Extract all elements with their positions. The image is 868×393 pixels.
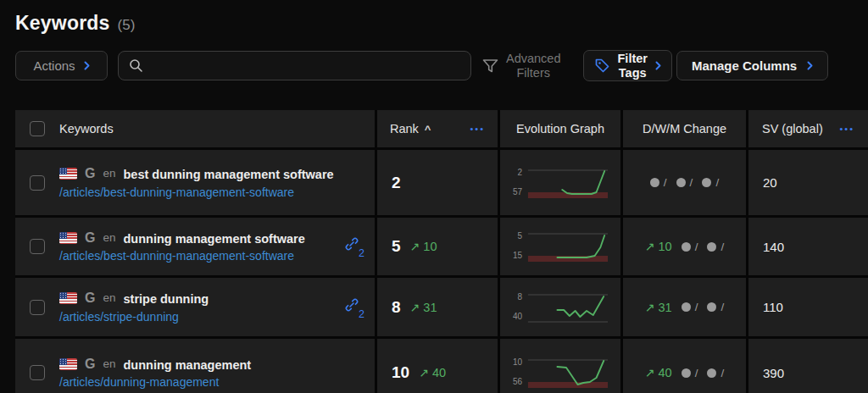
funnel-icon bbox=[481, 58, 499, 75]
table-row-keyword-cell: G en dunning management software /articl… bbox=[15, 218, 375, 275]
table-row-keyword-cell: G en dunning management /articles/dunnin… bbox=[15, 339, 375, 393]
rank-change: ↗10 bbox=[410, 240, 437, 253]
evolution-graph-cell: 5 15 bbox=[500, 218, 620, 275]
rank-change: ↗40 bbox=[419, 366, 446, 379]
dwm-week: / bbox=[676, 176, 693, 189]
manage-columns-button[interactable]: Manage Columns bbox=[676, 51, 828, 80]
dwm-change-cell: ↗31 / / bbox=[623, 278, 746, 336]
no-change-dot-icon bbox=[707, 242, 716, 252]
graph-top-label: 8 bbox=[518, 293, 523, 302]
chevron-right-icon bbox=[84, 61, 90, 70]
no-change-dot-icon bbox=[676, 178, 686, 187]
graph-bottom-label: 56 bbox=[513, 378, 522, 386]
dwm-change-cell: / / / bbox=[623, 150, 746, 215]
dwm-day-change: ↗10 bbox=[645, 240, 672, 253]
sv-value: 20 bbox=[763, 175, 777, 190]
no-change-dot-icon bbox=[650, 178, 659, 187]
dwm-month: / bbox=[707, 301, 724, 313]
chevron-right-icon bbox=[655, 61, 661, 70]
keyword-url-link[interactable]: /articles/best-dunning-management-softwa… bbox=[59, 185, 363, 199]
linked-keywords-control[interactable]: 2 bbox=[344, 297, 363, 318]
header-keywords-label: Keywords bbox=[59, 122, 114, 136]
page-title: Keywords bbox=[15, 12, 110, 35]
header-sv-label: SV (global) bbox=[762, 122, 823, 136]
up-arrow-icon: ↗ bbox=[410, 301, 420, 314]
rank-cell: 8 ↗31 bbox=[377, 278, 498, 336]
filter-tags-line2: Tags bbox=[618, 66, 648, 80]
linked-keywords-count: 2 bbox=[359, 308, 364, 320]
chevron-right-icon bbox=[807, 61, 813, 70]
evolution-graph-cell: 10 56 bbox=[500, 339, 620, 393]
linked-keywords-control[interactable]: 2 bbox=[344, 236, 363, 257]
language-label: en bbox=[103, 167, 115, 180]
keywords-count: (5) bbox=[118, 17, 136, 34]
rank-sort-control[interactable]: Rank ^ bbox=[390, 122, 431, 136]
rank-change-value: 10 bbox=[423, 240, 437, 253]
keyword-url-link[interactable]: /articles/best-dunning-management-softwa… bbox=[59, 249, 337, 263]
header-rank: Rank ^ ••• bbox=[377, 110, 498, 147]
sv-value: 390 bbox=[763, 366, 784, 380]
no-change-dot-icon bbox=[702, 178, 711, 187]
keyword-text: dunning management software bbox=[123, 230, 337, 247]
tag-icon bbox=[594, 58, 610, 74]
search-input[interactable] bbox=[151, 59, 460, 73]
link-icon bbox=[344, 236, 359, 252]
rank-change-value: 40 bbox=[432, 366, 446, 379]
keyword-info: G en dunning management software /articl… bbox=[59, 230, 337, 263]
rank-cell: 5 ↗10 bbox=[377, 218, 498, 275]
graph-axis-labels: 10 56 bbox=[513, 357, 522, 388]
keywords-table: Keywords Rank ^ ••• Evolution Graph D/W/… bbox=[15, 110, 868, 393]
dwm-change-value: 40 bbox=[659, 366, 672, 379]
dwm-change-value: 10 bbox=[659, 240, 672, 253]
actions-button[interactable]: Actions bbox=[15, 51, 108, 80]
advanced-filters-line1: Advanced bbox=[506, 52, 561, 66]
keyword-url-link[interactable]: /articles/dunning-management bbox=[59, 375, 363, 389]
filter-tags-line1: Filter bbox=[618, 52, 648, 65]
keyword-text: dunning management bbox=[123, 357, 363, 374]
us-flag-icon bbox=[59, 292, 77, 304]
google-icon: G bbox=[85, 230, 95, 246]
sv-column-menu-icon[interactable]: ••• bbox=[839, 125, 854, 134]
dwm-week: / bbox=[682, 241, 698, 253]
dwm-separator: / bbox=[695, 241, 698, 253]
actions-button-label: Actions bbox=[33, 58, 75, 73]
table-row-keyword-cell: G en stripe dunning /articles/stripe-dun… bbox=[15, 278, 375, 336]
dwm-week: / bbox=[682, 301, 698, 313]
search-box[interactable] bbox=[118, 51, 471, 80]
header-sv-global: SV (global) ••• bbox=[748, 110, 868, 147]
select-all-checkbox[interactable] bbox=[30, 121, 45, 136]
dwm-day-change: ↗31 bbox=[645, 301, 672, 314]
sv-cell: 20 bbox=[748, 150, 868, 215]
row-checkbox[interactable] bbox=[30, 300, 45, 315]
header-evolution-graph: Evolution Graph bbox=[500, 110, 620, 147]
keyword-info: G en best dunning management software /a… bbox=[59, 166, 363, 198]
us-flag-icon bbox=[59, 232, 77, 244]
language-label: en bbox=[103, 357, 115, 370]
dwm-week: / bbox=[682, 367, 698, 379]
filter-tags-button[interactable]: Filter Tags bbox=[583, 50, 672, 81]
evolution-graph-cell: 8 40 bbox=[500, 278, 620, 336]
row-checkbox[interactable] bbox=[30, 365, 45, 380]
keyword-info: G en stripe dunning /articles/stripe-dun… bbox=[59, 291, 337, 323]
us-flag-icon bbox=[59, 168, 77, 180]
graph-top-label: 5 bbox=[518, 232, 523, 241]
dwm-month: / bbox=[702, 176, 719, 189]
no-change-dot-icon bbox=[682, 368, 691, 378]
rank-change: ↗31 bbox=[410, 301, 437, 314]
advanced-filters-control[interactable]: Advanced Filters bbox=[481, 52, 561, 80]
rank-sparkline bbox=[526, 229, 608, 264]
us-flag-icon bbox=[59, 358, 77, 370]
dwm-separator: / bbox=[721, 367, 724, 379]
keyword-url-link[interactable]: /articles/stripe-dunning bbox=[59, 310, 337, 324]
row-checkbox[interactable] bbox=[30, 175, 45, 191]
header-rank-label: Rank bbox=[390, 122, 419, 136]
row-checkbox[interactable] bbox=[30, 239, 45, 254]
header-dwm-change: D/W/M Change bbox=[623, 110, 746, 147]
google-icon: G bbox=[85, 166, 95, 181]
dwm-change-cell: ↗40 / / bbox=[623, 339, 746, 393]
rank-sparkline bbox=[526, 355, 608, 390]
rank-column-menu-icon[interactable]: ••• bbox=[470, 125, 485, 134]
header-keywords: Keywords bbox=[15, 110, 375, 147]
sv-cell: 140 bbox=[748, 218, 868, 275]
header-dwm-label: D/W/M Change bbox=[643, 122, 726, 136]
